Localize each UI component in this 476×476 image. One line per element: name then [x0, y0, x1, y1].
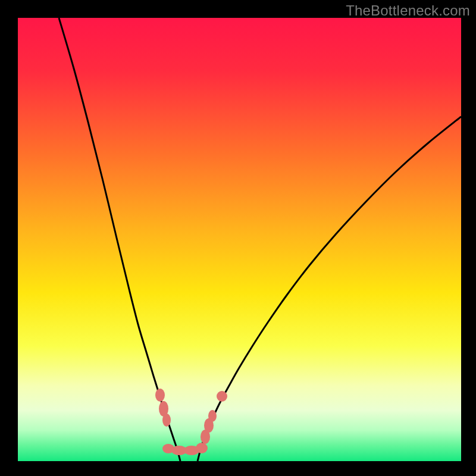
marker-dot	[217, 391, 227, 402]
watermark-text: TheBottleneck.com	[346, 2, 470, 19]
marker-dot	[196, 443, 208, 453]
marker-cluster	[155, 389, 227, 455]
marker-dot	[208, 410, 217, 422]
right-branch-curve	[198, 117, 461, 461]
chart-frame: TheBottleneck.com	[0, 0, 476, 476]
curve-layer	[18, 18, 461, 461]
marker-dot	[162, 414, 171, 427]
plot-area	[18, 18, 461, 461]
marker-dot	[155, 389, 165, 402]
